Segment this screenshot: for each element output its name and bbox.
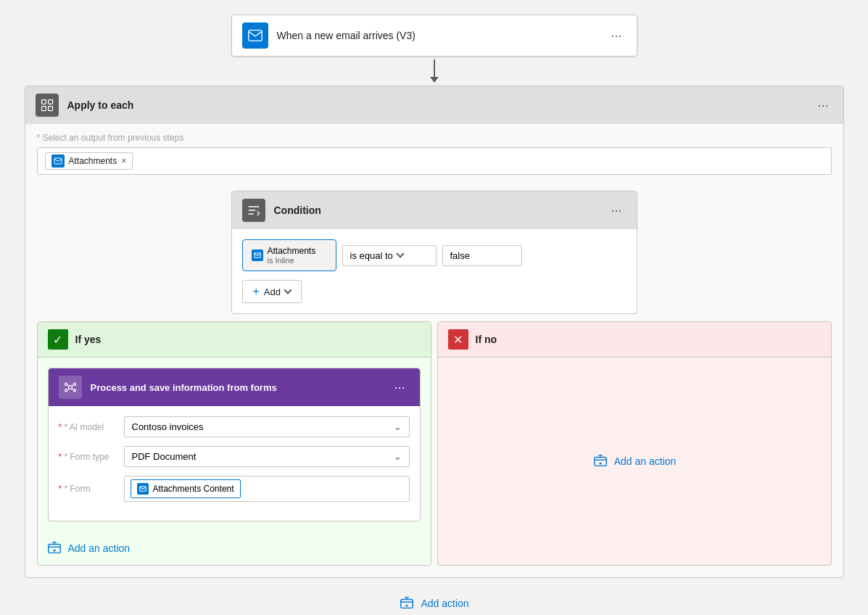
condition-operator-text: is equal to <box>350 250 393 261</box>
ai-model-label: * * AI model <box>59 422 124 432</box>
trigger-block: When a new email arrives (V3) ··· <box>231 15 637 57</box>
apply-each-container: Apply to each ··· * Select an output fro… <box>25 86 844 578</box>
trigger-icon <box>242 22 268 49</box>
condition-row: Attachments is Inline is equal to false <box>242 239 627 271</box>
svg-line-14 <box>67 389 69 390</box>
svg-line-12 <box>67 385 69 387</box>
apply-each-icon <box>36 94 59 117</box>
apply-each-ellipsis-button[interactable]: ··· <box>813 96 832 115</box>
process-block: Process and save information from forms … <box>48 368 421 521</box>
condition-value-input[interactable]: false <box>442 245 522 266</box>
condition-operator-select[interactable]: is equal to <box>342 245 437 266</box>
branch-yes: ✓ If yes <box>37 321 431 566</box>
select-output-label: * Select an output from previous steps <box>37 133 832 143</box>
svg-point-11 <box>73 389 75 392</box>
branch-yes-label: If yes <box>75 334 102 345</box>
process-body: * * AI model Contoso invoices ⌄ * <box>49 406 420 521</box>
form-type-value: PDF Document <box>132 451 197 462</box>
form-tag-text: Attachments Content <box>153 484 234 494</box>
svg-rect-2 <box>48 100 52 104</box>
branch-yes-header: ✓ If yes <box>38 322 431 358</box>
branch-no-label: If no <box>476 334 497 345</box>
add-action-yes-button[interactable]: Add an action <box>38 532 139 565</box>
form-type-chevron-icon: ⌄ <box>394 451 402 462</box>
ai-model-row: * * AI model Contoso invoices ⌄ <box>59 416 410 437</box>
process-header: Process and save information from forms … <box>49 368 420 406</box>
yes-icon: ✓ <box>48 329 68 350</box>
tag-input-field[interactable]: Attachments × <box>37 147 832 175</box>
tag-text: Attachments <box>69 156 117 166</box>
condition-field-icon <box>252 249 263 261</box>
svg-line-15 <box>71 389 73 390</box>
condition-field-text: Attachments is Inline <box>268 246 316 265</box>
ai-model-chevron-icon: ⌄ <box>394 421 402 432</box>
add-action-bottom-label: Add action <box>421 598 468 609</box>
branch-no-body: Add an action <box>438 358 831 564</box>
add-action-no-label: Add an action <box>614 455 677 467</box>
form-required: * <box>59 484 62 494</box>
process-title: Process and save information from forms <box>91 382 390 393</box>
condition-add-button[interactable]: + Add <box>242 280 302 303</box>
add-chevron-icon <box>284 286 292 294</box>
condition-value-text: false <box>450 250 470 261</box>
form-type-label: * * Form type <box>59 452 124 462</box>
add-action-no-button[interactable]: Add an action <box>584 445 685 478</box>
condition-icon <box>242 199 265 222</box>
plus-icon: + <box>253 285 260 298</box>
trigger-ellipsis-button[interactable]: ··· <box>606 27 626 45</box>
form-label: * * Form <box>59 484 124 494</box>
trigger-title: When a new email arrives (V3) <box>277 30 607 41</box>
svg-point-8 <box>65 383 67 385</box>
condition-wrapper: Condition ··· A <box>25 183 843 321</box>
form-row: * * Form <box>59 476 410 502</box>
branch-no-header: ✕ If no <box>438 322 831 358</box>
condition-block: Condition ··· A <box>231 191 637 314</box>
svg-point-9 <box>73 383 75 385</box>
process-icon <box>59 376 82 399</box>
form-label-text: * Form <box>65 484 91 494</box>
condition-add-label: Add <box>264 286 281 297</box>
condition-chevron-icon <box>396 249 404 257</box>
arrow-connector <box>430 59 439 83</box>
svg-rect-23 <box>594 457 606 466</box>
apply-each-title: Apply to each <box>67 99 814 111</box>
svg-line-13 <box>71 385 73 387</box>
svg-rect-17 <box>48 545 60 553</box>
svg-point-10 <box>65 389 67 392</box>
process-ellipsis-button[interactable]: ··· <box>389 379 409 397</box>
condition-title: Condition <box>274 205 607 216</box>
tag-email-icon <box>51 154 65 168</box>
ai-model-required: * <box>59 422 62 432</box>
form-type-required: * <box>59 452 62 462</box>
ai-model-value: Contoso invoices <box>132 421 204 432</box>
add-action-bottom-button[interactable]: Add action <box>389 585 479 615</box>
branches-container: ✓ If yes <box>25 321 843 577</box>
ai-model-select[interactable]: Contoso invoices ⌄ <box>124 416 410 437</box>
form-type-row: * * Form type PDF Document ⌄ <box>59 446 410 467</box>
svg-rect-0 <box>248 30 261 41</box>
add-action-yes-label: Add an action <box>68 542 131 554</box>
form-field[interactable]: Attachments Content <box>124 476 410 502</box>
condition-header: Condition ··· <box>232 191 637 229</box>
svg-rect-29 <box>401 600 413 608</box>
branch-no: ✕ If no Add an action <box>437 321 832 566</box>
no-icon: ✕ <box>448 329 468 350</box>
attachments-tag: Attachments × <box>45 152 133 170</box>
tag-close-button[interactable]: × <box>121 156 126 166</box>
apply-each-header: Apply to each ··· <box>25 86 843 124</box>
ai-model-label-text: * AI model <box>65 422 104 432</box>
condition-ellipsis-button[interactable]: ··· <box>606 202 626 220</box>
select-output-section: * Select an output from previous steps A… <box>25 124 843 183</box>
form-type-select[interactable]: PDF Document ⌄ <box>124 446 410 467</box>
condition-field[interactable]: Attachments is Inline <box>242 239 336 271</box>
condition-body: Attachments is Inline is equal to false <box>232 229 637 313</box>
svg-rect-4 <box>48 107 52 111</box>
svg-rect-1 <box>41 100 46 104</box>
form-tag-icon <box>137 483 149 495</box>
form-tag: Attachments Content <box>131 479 241 498</box>
form-type-label-text: * Form type <box>65 452 109 462</box>
svg-rect-3 <box>41 107 46 111</box>
